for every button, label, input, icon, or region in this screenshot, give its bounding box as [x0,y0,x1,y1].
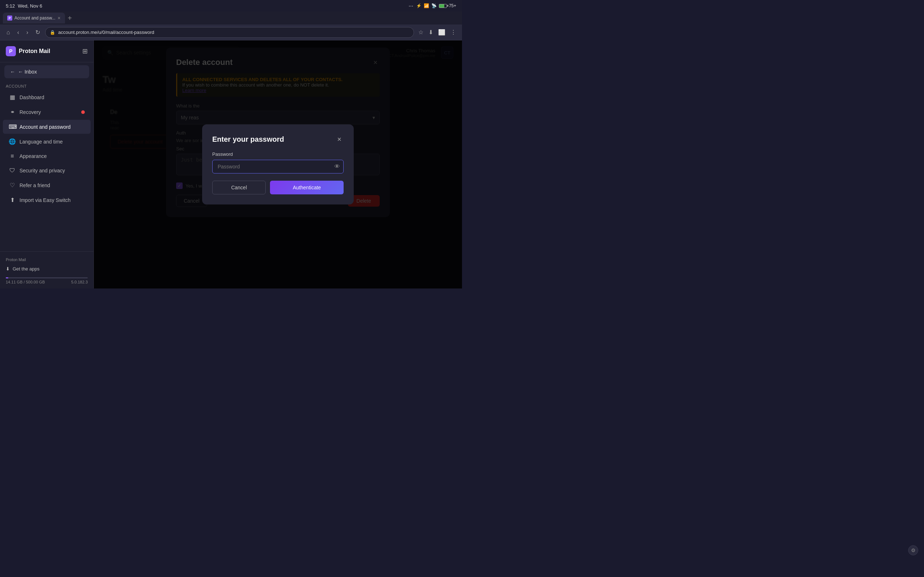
security-label: Security and privacy [19,168,65,174]
tab-bar: P Account and passw... × + [0,11,462,24]
status-bar: 5:12 Wed, Nov 6 ⋯ ⚡ 📶 📡 75+ [0,0,462,11]
app-name: Proton Mail [19,48,50,55]
refer-icon: ♡ [9,182,16,189]
sidebar-header: P Proton Mail ⊞ [0,40,94,62]
sidebar-item-language-time[interactable]: 🌐 Language and time [3,134,90,148]
url-lock-icon: 🔒 [50,30,55,35]
password-modal-header: Enter your password × [212,134,344,144]
appearance-icon: ≡ [9,153,16,160]
dashboard-icon: ▦ [9,94,16,101]
proton-logo: P Proton Mail [6,46,50,56]
password-cancel-button[interactable]: Cancel [212,181,266,194]
apps-grid-button[interactable]: ⊞ [82,47,88,55]
recovery-badge [81,110,85,114]
account-password-icon: ⌨ [9,123,16,130]
security-icon: 🛡 [9,167,16,174]
language-label: Language and time [19,139,63,145]
password-label: Password [212,152,344,157]
language-icon: 🌐 [9,138,16,145]
password-toggle-visibility-button[interactable]: 👁 [334,163,340,170]
proton-mail-section-label: Proton Mail [6,256,88,263]
nav-actions: ☆ ⬇ ⬜ ⋮ [417,27,458,37]
more-options-icon: ⋯ [409,3,413,9]
get-apps-icon: ⬇ [6,266,10,272]
get-apps-label: Get the apps [13,266,39,272]
get-apps-item[interactable]: ⬇ Get the apps [6,263,88,274]
refer-label: Refer a friend [19,182,50,188]
battery-icon [439,4,447,8]
password-modal-backdrop: Enter your password × Password 👁 Cancel … [94,40,462,288]
sidebar: P Proton Mail ⊞ ← ← Inbox Account ▦ Dash… [0,40,94,288]
url-text: account.proton.me/u/0/mail/account-passw… [58,29,154,35]
nav-forward-button[interactable]: › [24,28,30,37]
storage-fill [6,277,8,279]
download-button[interactable]: ⬇ [427,27,435,37]
password-modal-actions: Cancel Authenticate [212,181,344,194]
browser-tab[interactable]: P Account and passw... × [3,13,65,23]
extensions-button[interactable]: ⬜ [437,27,447,37]
password-modal-title: Enter your password [212,135,284,143]
new-tab-button[interactable]: + [68,14,72,23]
import-icon: ⬆ [9,197,16,203]
sidebar-item-appearance[interactable]: ≡ Appearance [3,149,90,163]
storage-info: 14.11 GB / 500.00 GB 5.0.182.3 [6,277,88,284]
sidebar-item-refer[interactable]: ♡ Refer a friend [3,178,90,192]
sidebar-item-recovery[interactable]: ⚭ Recovery [3,105,90,119]
time-display: 5:12 [6,3,15,9]
password-input[interactable] [212,160,344,174]
tab-favicon: P [7,16,12,21]
nav-back-button[interactable]: ‹ [15,28,21,37]
sidebar-account-section: Account [0,81,94,90]
url-bar[interactable]: 🔒 account.proton.me/u/0/mail/account-pas… [45,27,414,38]
browser-menu-button[interactable]: ⋮ [449,27,458,37]
nav-refresh-button[interactable]: ↻ [33,27,42,37]
status-bar-right: ⋯ ⚡ 📶 📡 75+ [409,3,456,9]
account-password-label: Account and password [19,124,71,130]
version-label: 5.0.182.3 [71,280,88,284]
inbox-arrow-icon: ← [10,69,15,75]
tab-title: Account and passw... [15,16,55,21]
logo-icon: P [6,46,16,56]
delete-modal-backdrop: Delete account × ALL CONNECTED SERVICES … [94,40,462,288]
tab-close-button[interactable]: × [57,15,60,21]
appearance-label: Appearance [19,153,47,159]
storage-bar [6,277,88,279]
app-layout: P Proton Mail ⊞ ← ← Inbox Account ▦ Dash… [0,40,462,288]
bluetooth-icon: ⚡ [416,3,422,8]
nav-bar: ⌂ ‹ › ↻ 🔒 account.proton.me/u/0/mail/acc… [0,24,462,40]
inbox-label: ← Inbox [18,69,37,75]
recovery-icon: ⚭ [9,108,16,115]
recovery-label: Recovery [19,109,41,115]
status-icons: ⚡ 📶 📡 75+ [416,3,456,8]
dashboard-label: Dashboard [19,95,44,100]
bookmark-button[interactable]: ☆ [417,27,425,37]
status-bar-left: 5:12 Wed, Nov 6 [6,3,42,9]
storage-used: 14.11 GB / 500.00 GB [6,280,45,284]
sidebar-item-import[interactable]: ⬆ Import via Easy Switch [3,193,90,207]
password-input-wrap: 👁 [212,160,344,174]
import-label: Import via Easy Switch [19,197,71,203]
password-modal-close-button[interactable]: × [335,134,344,144]
main-content: 🔍 Search settings % BLACK FRIDAY Chris T… [94,40,462,288]
battery-percent: 75+ [449,3,456,8]
date-display: Wed, Nov 6 [18,3,42,9]
inbox-button[interactable]: ← ← Inbox [4,65,89,78]
sidebar-footer: Proton Mail ⬇ Get the apps 14.11 GB / 50… [0,251,94,288]
sidebar-item-dashboard[interactable]: ▦ Dashboard [3,90,90,104]
nav-home-button[interactable]: ⌂ [4,28,12,37]
signal-icon: 📶 [424,3,429,8]
sidebar-item-account-password[interactable]: ⌨ Account and password [3,120,90,134]
password-modal: Enter your password × Password 👁 Cancel … [202,124,354,205]
wifi-icon: 📡 [431,3,437,8]
authenticate-button[interactable]: Authenticate [270,181,344,194]
storage-text: 14.11 GB / 500.00 GB 5.0.182.3 [6,280,88,284]
sidebar-item-security[interactable]: 🛡 Security and privacy [3,164,90,177]
